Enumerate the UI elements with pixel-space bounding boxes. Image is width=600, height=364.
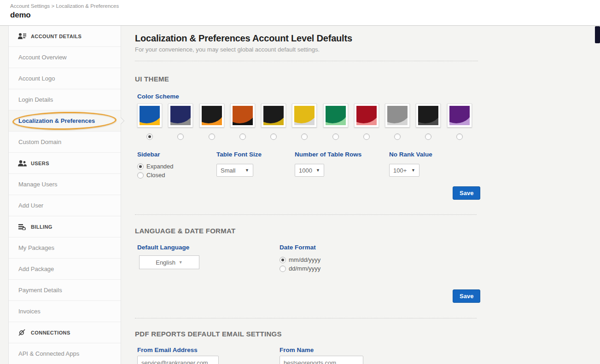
- color-swatch-black-orange[interactable]: [199, 104, 224, 127]
- sidebar-item-add-user[interactable]: Add User: [9, 195, 121, 216]
- swatch-accent-color: [294, 106, 315, 125]
- swatch-accent-color: [356, 106, 377, 125]
- swatch-main-color: [326, 106, 346, 123]
- top-header: Account Settings > Localization & Prefer…: [0, 0, 600, 26]
- sidebar-item-invoices[interactable]: Invoices: [9, 301, 121, 322]
- color-swatch-radio-orange-black[interactable]: [239, 133, 246, 140]
- color-swatch-black-charcoal[interactable]: [416, 104, 441, 127]
- sidebar-item-my-packages[interactable]: My Packages: [9, 237, 121, 259]
- color-swatch-blue-gold[interactable]: [137, 104, 162, 127]
- sidebar-section-label: ACCOUNT DETAILS: [31, 34, 82, 39]
- default-language-select[interactable]: English ▼: [139, 255, 199, 269]
- sidebar-option-closed[interactable]: Closed: [137, 172, 216, 179]
- breadcrumb[interactable]: Account Settings > Localization & Prefer…: [10, 3, 119, 9]
- color-scheme-swatches: [137, 104, 478, 140]
- sidebar-item-manage-users[interactable]: Manage Users: [9, 174, 121, 195]
- sidebar-section-billing[interactable]: BILLING: [9, 216, 121, 237]
- sidebar-item-label: My Packages: [18, 244, 54, 251]
- sidebar-item-api-connected-apps[interactable]: API & Connected Apps: [9, 343, 121, 364]
- swatch-main-color: [140, 106, 160, 123]
- sidebar-item-custom-domain[interactable]: Custom Domain: [9, 132, 121, 153]
- date-format-label: Date Format: [280, 244, 316, 251]
- section-title-pdf-email: PDF REPORTS DEFAULT EMAIL SETTINGS: [135, 330, 282, 338]
- color-swatch-radio-black-orange[interactable]: [209, 133, 215, 140]
- sidebar-option-expanded[interactable]: Expanded: [137, 163, 216, 170]
- color-swatch-crimson-rose[interactable]: [354, 104, 379, 127]
- sidebar-item-payment-details[interactable]: Payment Details: [9, 280, 121, 301]
- date-format-radio-group: mm/dd/yyyydd/mm/yyyy: [280, 256, 320, 274]
- sidebar-section-account-details[interactable]: ACCOUNT DETAILS: [9, 26, 121, 47]
- date-format-option-label: mm/dd/yyyy: [289, 256, 320, 263]
- date-format-option-radio[interactable]: [280, 257, 286, 263]
- date-format-option-dd-mm-yyyy[interactable]: dd/mm/yyyy: [280, 265, 320, 272]
- no-rank-group: No Rank Value 100+ ▼: [389, 151, 458, 180]
- swatch-radio-wrap: [447, 133, 472, 140]
- swatch-radio-wrap: [199, 133, 224, 140]
- color-swatch-gray-silver[interactable]: [385, 104, 410, 127]
- date-format-option-mm-dd-yyyy[interactable]: mm/dd/yyyy: [280, 256, 320, 263]
- swatch-main-color: [418, 106, 438, 123]
- sidebar-item-label: Payment Details: [18, 287, 62, 294]
- sidebar-item-label: Add Package: [18, 266, 54, 272]
- table-rows-select[interactable]: 1000 ▼: [295, 164, 324, 177]
- swatch-accent-color: [233, 106, 253, 125]
- color-swatch-purple-lilac[interactable]: [447, 104, 472, 127]
- save-button-language[interactable]: Save: [453, 289, 480, 303]
- swatch-main-color: [233, 106, 253, 123]
- sidebar-item-add-package[interactable]: Add Package: [9, 259, 121, 280]
- color-scheme-option-black-orange: [199, 104, 230, 140]
- color-swatch-navy-gray[interactable]: [168, 104, 193, 127]
- save-button-ui-theme[interactable]: Save: [453, 186, 480, 200]
- color-swatch-radio-yellow-silver[interactable]: [301, 133, 308, 140]
- sidebar-item-account-overview[interactable]: Account Overview: [9, 47, 121, 68]
- color-swatch-radio-navy-gray[interactable]: [177, 133, 184, 140]
- sidebar-item-label: Invoices: [18, 308, 41, 315]
- sidebar-section-label: BILLING: [31, 224, 52, 230]
- sidebar-section-connections[interactable]: CONNECTIONS: [9, 322, 121, 343]
- date-format-option-radio[interactable]: [280, 266, 286, 272]
- connections-icon: [18, 329, 27, 336]
- sidebar-item-localization-preferences[interactable]: Localization & Preferences: [9, 110, 121, 132]
- sidebar-item-label: Login Details: [18, 96, 53, 103]
- active-item-arrow: [117, 117, 125, 125]
- color-swatch-black-yellow[interactable]: [261, 104, 286, 127]
- scrollbar-thumb[interactable]: [595, 26, 600, 43]
- sidebar-item-label: Add User: [18, 202, 43, 209]
- sidebar-nav: ACCOUNT DETAILSAccount OverviewAccount L…: [8, 26, 121, 364]
- color-swatch-radio-blue-gold[interactable]: [146, 133, 153, 140]
- color-swatch-radio-black-yellow[interactable]: [270, 133, 277, 140]
- color-swatch-green-mint[interactable]: [323, 104, 348, 127]
- sidebar-item-label: Account Overview: [18, 54, 67, 61]
- color-swatch-radio-gray-silver[interactable]: [394, 133, 401, 140]
- sidebar-setting-label: Sidebar: [137, 151, 216, 158]
- swatch-accent-color: [263, 106, 284, 125]
- swatch-main-color: [449, 106, 470, 123]
- swatch-radio-wrap: [261, 133, 286, 140]
- table-font-size-select[interactable]: Small ▼: [216, 164, 253, 177]
- default-language-label: Default Language: [137, 244, 189, 251]
- section-title-ui-theme: UI THEME: [135, 75, 478, 83]
- sidebar-option-radio[interactable]: [137, 172, 144, 179]
- swatch-main-color: [170, 106, 191, 123]
- theme-controls-row: Sidebar ExpandedClosed Table Font Size S…: [137, 151, 478, 180]
- sidebar-section-users[interactable]: USERS: [9, 153, 121, 174]
- color-swatch-radio-black-charcoal[interactable]: [425, 133, 431, 140]
- color-swatch-radio-crimson-rose[interactable]: [363, 133, 370, 140]
- color-swatch-radio-green-mint[interactable]: [332, 133, 339, 140]
- from-name-input[interactable]: [280, 356, 363, 364]
- users-icon: [18, 160, 27, 167]
- from-email-input[interactable]: [137, 356, 219, 364]
- sidebar-item-login-details[interactable]: Login Details: [9, 89, 121, 110]
- color-swatch-radio-purple-lilac[interactable]: [456, 133, 463, 140]
- swatch-accent-color: [202, 106, 222, 125]
- sidebar-option-radio[interactable]: [137, 163, 144, 170]
- no-rank-value: 100+: [393, 167, 407, 174]
- color-swatch-yellow-silver[interactable]: [292, 104, 317, 127]
- table-rows-label: Number of Table Rows: [295, 151, 389, 158]
- no-rank-select[interactable]: 100+ ▼: [389, 164, 419, 177]
- chevron-down-icon: ▼: [245, 168, 249, 173]
- swatch-radio-wrap: [354, 133, 379, 140]
- color-swatch-orange-black[interactable]: [230, 104, 255, 127]
- swatch-main-color: [356, 106, 377, 123]
- sidebar-item-account-logo[interactable]: Account Logo: [9, 68, 121, 89]
